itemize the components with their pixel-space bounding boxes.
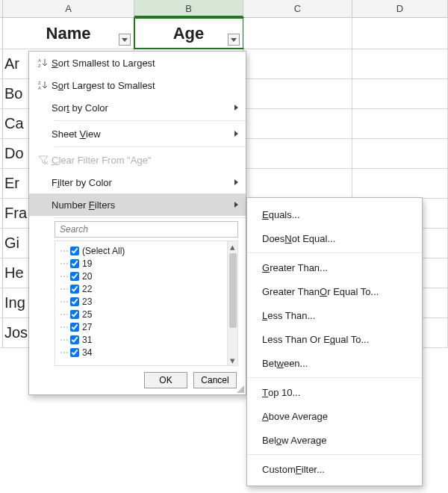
header-age-label: Age bbox=[173, 24, 205, 43]
scroll-thumb[interactable] bbox=[229, 253, 237, 328]
checkbox-value[interactable] bbox=[70, 297, 79, 306]
checkbox-value[interactable] bbox=[70, 259, 79, 268]
cell-empty[interactable] bbox=[352, 109, 448, 138]
menu-sort-asc-label: Sort Smallest to Largest bbox=[52, 58, 246, 69]
svg-text:Z: Z bbox=[38, 63, 41, 68]
funnel-clear-icon bbox=[35, 155, 52, 165]
nf-below-avg[interactable]: Below Average bbox=[247, 428, 422, 452]
filter-value-label: 34 bbox=[82, 347, 92, 358]
filter-value[interactable]: ⋯25 bbox=[60, 308, 237, 320]
header-name-cell[interactable]: Name bbox=[3, 18, 134, 49]
nf-top10[interactable]: Top 10... bbox=[247, 380, 422, 404]
filter-values-list[interactable]: ⋯ (Select All) ⋯19⋯20⋯22⋯23⋯25⋯27⋯31⋯34 … bbox=[55, 241, 238, 366]
nf-not-equal[interactable]: Does Not Equal... bbox=[247, 226, 422, 250]
filter-value[interactable]: ⋯19 bbox=[60, 257, 237, 270]
menu-sort-color-label: Sort by Color bbox=[52, 102, 246, 114]
cell-empty[interactable] bbox=[243, 109, 352, 138]
resize-handle-icon[interactable] bbox=[237, 385, 244, 393]
checkbox-value[interactable] bbox=[70, 272, 79, 281]
svg-text:Z: Z bbox=[38, 81, 41, 85]
nf-between[interactable]: Between... bbox=[247, 351, 422, 375]
filter-value-label: 31 bbox=[82, 335, 92, 345]
filter-value[interactable]: ⋯31 bbox=[60, 333, 237, 346]
scroll-down-icon[interactable]: ▾ bbox=[228, 355, 238, 365]
cell-empty[interactable] bbox=[243, 139, 352, 168]
menu-filter-color[interactable]: Filter by Color bbox=[29, 171, 246, 193]
cell-empty[interactable] bbox=[243, 49, 352, 78]
number-filters-submenu: Equals... Does Not Equal... Greater Than… bbox=[246, 197, 423, 486]
menu-sheet-view-label: Sheet View bbox=[52, 128, 246, 140]
nf-custom[interactable]: Custom Filter... bbox=[247, 457, 422, 481]
cancel-button[interactable]: Cancel bbox=[193, 372, 237, 388]
sort-desc-icon: ZA bbox=[35, 80, 52, 90]
values-scrollbar[interactable]: ▴ ▾ bbox=[227, 241, 237, 365]
cell-empty[interactable] bbox=[352, 169, 448, 198]
filter-search-input[interactable] bbox=[55, 221, 238, 238]
cell-empty[interactable] bbox=[352, 79, 448, 108]
ok-button[interactable]: OK bbox=[144, 372, 187, 388]
checkbox-value[interactable] bbox=[70, 285, 79, 294]
chevron-right-icon bbox=[234, 179, 238, 185]
filter-value-label: 25 bbox=[82, 309, 92, 320]
filter-button-row: OK Cancel bbox=[29, 366, 246, 390]
svg-text:A: A bbox=[38, 86, 41, 90]
menu-sort-desc[interactable]: ZA Sort Largest to Smallest bbox=[29, 74, 246, 96]
filter-value-label: 27 bbox=[82, 322, 92, 332]
checkbox-value[interactable] bbox=[70, 348, 79, 357]
filter-search-wrap bbox=[55, 221, 238, 238]
chevron-right-icon bbox=[234, 202, 238, 208]
cell-empty[interactable] bbox=[243, 169, 352, 198]
filter-button-name[interactable] bbox=[119, 34, 131, 46]
value-select-all-label: (Select All) bbox=[82, 246, 125, 256]
col-letter-a[interactable]: A bbox=[3, 0, 134, 17]
filter-value-label: 20 bbox=[82, 271, 92, 282]
filter-value[interactable]: ⋯34 bbox=[60, 346, 237, 359]
menu-sort-asc[interactable]: AZ Sort Smallest to Largest bbox=[29, 52, 246, 74]
header-name-label: Name bbox=[46, 24, 91, 43]
filter-value-label: 22 bbox=[82, 284, 92, 294]
col-letter-c[interactable]: C bbox=[243, 0, 352, 17]
nf-greater-than[interactable]: Greater Than... bbox=[247, 255, 422, 279]
checkbox-value[interactable] bbox=[70, 335, 79, 344]
nf-less-than[interactable]: Less Than... bbox=[247, 303, 422, 327]
filter-value[interactable]: ⋯27 bbox=[60, 320, 237, 333]
chevron-right-icon bbox=[234, 105, 238, 111]
column-letter-row: A B C D bbox=[0, 0, 448, 18]
col-letter-b[interactable]: B bbox=[134, 0, 243, 17]
filter-value[interactable]: ⋯20 bbox=[60, 270, 237, 282]
nf-equals[interactable]: Equals... bbox=[247, 202, 422, 226]
menu-clear-filter: Clear Filter From "Age" bbox=[29, 149, 246, 171]
menu-sort-desc-label: Sort Largest to Smallest bbox=[52, 80, 246, 91]
cell-empty[interactable] bbox=[243, 79, 352, 108]
table-header-row: Name Age bbox=[0, 18, 448, 49]
checkbox-value[interactable] bbox=[70, 323, 79, 332]
menu-number-filters[interactable]: Number Filters bbox=[29, 193, 246, 216]
menu-sheet-view[interactable]: Sheet View bbox=[29, 123, 246, 145]
menu-clear-filter-label: Clear Filter From "Age" bbox=[52, 155, 246, 166]
nf-greater-than-equal[interactable]: Greater Than Or Equal To... bbox=[247, 279, 422, 303]
header-age-cell[interactable]: Age bbox=[134, 18, 243, 49]
checkbox-value[interactable] bbox=[70, 310, 79, 319]
filter-dropdown: AZ Sort Smallest to Largest ZA Sort Larg… bbox=[28, 51, 246, 395]
filter-button-age[interactable] bbox=[228, 34, 240, 46]
menu-number-filters-label: Number Filters bbox=[52, 199, 246, 211]
nf-above-avg[interactable]: Above Average bbox=[247, 404, 422, 428]
menu-filter-color-label: Filter by Color bbox=[52, 177, 246, 188]
cell-empty[interactable] bbox=[352, 139, 448, 168]
col-letter-d[interactable]: D bbox=[352, 0, 448, 17]
filter-value[interactable]: ⋯22 bbox=[60, 282, 237, 295]
cell-empty[interactable] bbox=[352, 49, 448, 78]
sort-asc-icon: AZ bbox=[35, 58, 52, 68]
chevron-right-icon bbox=[234, 131, 238, 137]
header-empty-c[interactable] bbox=[243, 18, 352, 49]
filter-value-label: 19 bbox=[82, 258, 92, 269]
checkbox-select-all[interactable] bbox=[70, 246, 79, 255]
svg-text:A: A bbox=[38, 58, 41, 63]
scroll-up-icon[interactable]: ▴ bbox=[228, 241, 238, 252]
filter-value-label: 23 bbox=[82, 297, 92, 307]
value-select-all[interactable]: ⋯ (Select All) bbox=[60, 244, 237, 257]
menu-sort-color[interactable]: Sort by Color bbox=[29, 96, 246, 119]
filter-value[interactable]: ⋯23 bbox=[60, 295, 237, 308]
header-empty-d[interactable] bbox=[352, 18, 448, 49]
nf-less-than-equal[interactable]: Less Than Or Equal To... bbox=[247, 327, 422, 351]
